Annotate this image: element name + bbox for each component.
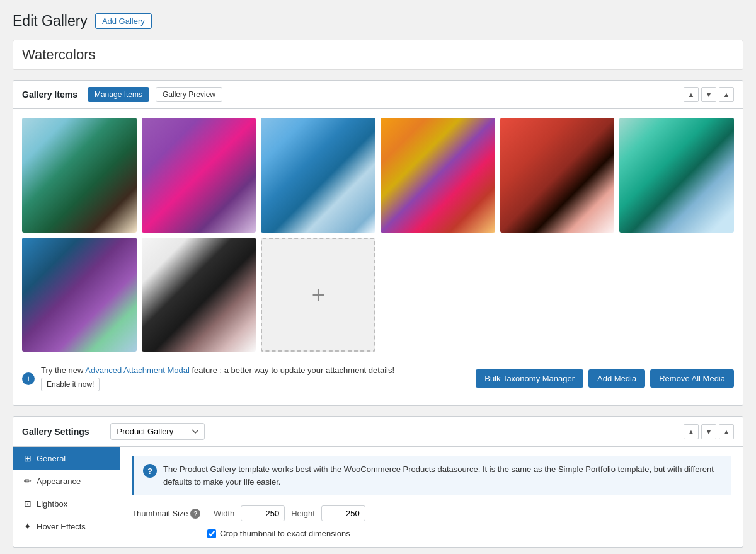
width-label: Width	[214, 509, 234, 518]
panel-collapse-button[interactable]: ▲	[719, 87, 734, 102]
panel-controls: ▲ ▼ ▲	[684, 87, 734, 102]
grid-icon: ⊞	[24, 453, 32, 463]
template-info-text: The Product Gallery template works best …	[163, 463, 723, 488]
gallery-item-6[interactable]	[619, 118, 734, 233]
sidebar-item-general[interactable]: ⊞ General	[13, 447, 120, 470]
settings-panel-up-button[interactable]: ▲	[684, 424, 699, 439]
settings-panel-collapse-button[interactable]: ▲	[719, 424, 734, 439]
gallery-items-panel: Gallery Items Manage Items Gallery Previ…	[13, 80, 743, 406]
sidebar-item-lightbox[interactable]: ⊡ Lightbox	[13, 492, 120, 515]
crop-checkbox-row: Crop thumbnail to exact dimensions	[207, 529, 731, 538]
gallery-item-2[interactable]	[142, 118, 256, 233]
info-text-suffix: feature : a better way to update your at…	[190, 366, 394, 375]
sidebar-item-hover-effects[interactable]: ✦ Hover Effects	[13, 515, 120, 538]
page-title: Edit Gallery	[13, 13, 88, 30]
question-icon: ?	[143, 464, 157, 478]
crop-label[interactable]: Crop thumbnail to exact dimensions	[220, 529, 350, 538]
remove-all-media-button[interactable]: Remove All Media	[650, 369, 734, 388]
panel-up-button[interactable]: ▲	[684, 87, 699, 102]
enable-now-button[interactable]: Enable it now!	[41, 378, 100, 391]
gallery-item-8[interactable]	[142, 238, 256, 352]
gallery-items-body: + i Try the new Advanced Attachment Moda…	[13, 109, 743, 405]
plus-icon: +	[312, 282, 325, 308]
gallery-grid: +	[22, 118, 734, 352]
sidebar-item-lightbox-label: Lightbox	[37, 499, 67, 509]
height-input[interactable]	[321, 505, 365, 521]
advanced-attachment-modal-link[interactable]: Advanced Attachment Modal	[85, 366, 190, 375]
settings-sidebar: ⊞ General ✏ Appearance ⊡ Lightbox ✦ Hove…	[13, 447, 120, 547]
sidebar-item-hover-effects-label: Hover Effects	[37, 522, 86, 531]
info-text-prefix: Try the new	[41, 366, 85, 375]
tab-gallery-preview[interactable]: Gallery Preview	[156, 87, 222, 102]
gallery-items-header: Gallery Items Manage Items Gallery Previ…	[13, 81, 743, 109]
thumbnail-size-label: Thumbnail Size ?	[132, 509, 207, 519]
settings-body: ⊞ General ✏ Appearance ⊡ Lightbox ✦ Hove…	[13, 447, 743, 547]
gallery-items-title: Gallery Items	[22, 89, 77, 100]
width-input[interactable]	[241, 505, 285, 521]
lightbox-icon: ⊡	[24, 499, 32, 509]
panel-down-button[interactable]: ▼	[701, 87, 716, 102]
info-bar: i Try the new Advanced Attachment Modal …	[22, 361, 734, 396]
gallery-item-5[interactable]	[500, 118, 615, 233]
gallery-item-3[interactable]	[261, 118, 375, 233]
dash-separator: —	[96, 427, 104, 436]
gallery-item-1[interactable]	[22, 118, 137, 233]
sidebar-item-appearance[interactable]: ✏ Appearance	[13, 470, 120, 492]
add-media-button[interactable]: Add Media	[588, 369, 645, 388]
thumbnail-size-row: Thumbnail Size ? Width Height	[132, 505, 731, 521]
gallery-template-dropdown[interactable]: Product Gallery Simple Portfolio Masonry…	[110, 423, 205, 440]
thumbnail-help-icon[interactable]: ?	[190, 509, 200, 519]
effects-icon: ✦	[24, 521, 32, 531]
height-label: Height	[291, 509, 315, 518]
gallery-item-7[interactable]	[22, 238, 137, 352]
crop-checkbox[interactable]	[207, 529, 216, 538]
gallery-settings-header: Gallery Settings — Product Gallery Simpl…	[13, 417, 743, 447]
template-info-box: ? The Product Gallery template works bes…	[132, 456, 731, 495]
brush-icon: ✏	[24, 476, 32, 486]
gallery-item-4[interactable]	[381, 118, 495, 233]
sidebar-item-general-label: General	[37, 454, 66, 463]
settings-panel-controls: ▲ ▼ ▲	[684, 424, 734, 439]
bulk-taxonomy-button[interactable]: Bulk Taxonomy Manager	[476, 369, 583, 388]
info-text: Try the new Advanced Attachment Modal fe…	[41, 366, 469, 391]
info-icon: i	[22, 372, 35, 385]
gallery-settings-title: Gallery Settings	[22, 427, 89, 437]
gallery-settings-panel: Gallery Settings — Product Gallery Simpl…	[13, 416, 743, 548]
settings-panel-down-button[interactable]: ▼	[701, 424, 716, 439]
add-media-placeholder[interactable]: +	[261, 238, 375, 352]
add-gallery-button[interactable]: Add Gallery	[95, 13, 152, 29]
tab-manage-items[interactable]: Manage Items	[88, 87, 149, 102]
gallery-name-input[interactable]	[13, 40, 743, 70]
action-buttons: Bulk Taxonomy Manager Add Media Remove A…	[476, 369, 734, 388]
sidebar-item-appearance-label: Appearance	[37, 476, 81, 486]
settings-content: ? The Product Gallery template works bes…	[120, 447, 743, 547]
